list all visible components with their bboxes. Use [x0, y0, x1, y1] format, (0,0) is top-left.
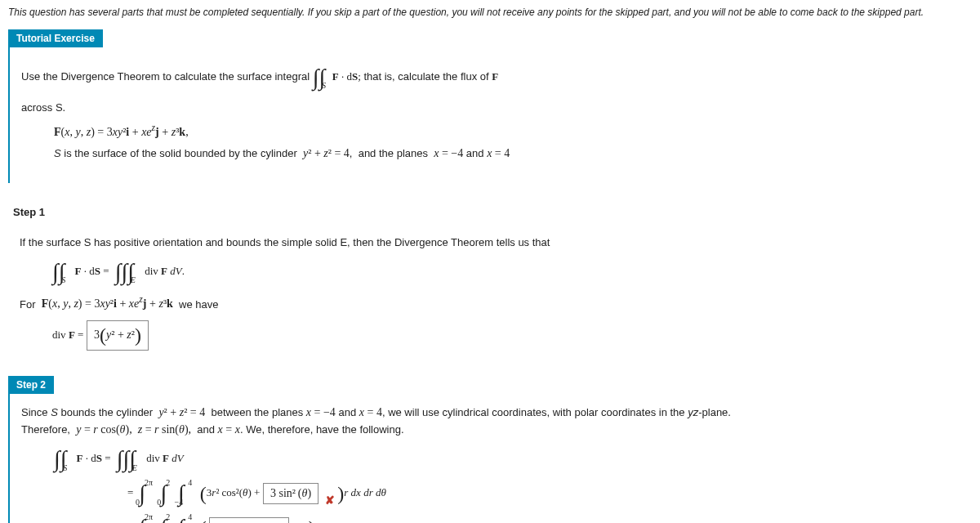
divergence-theorem-eq: ∫∫S F · dS = ∫∫∫E div F dV. [52, 259, 755, 285]
step-1-block: Step 1 If the surface S has positive ori… [8, 206, 972, 364]
tutorial-across: across S. [21, 100, 879, 116]
step1-answer-box[interactable]: 3(y² + z²) [87, 320, 149, 351]
step-1-label: Step 1 [13, 206, 972, 218]
step2-answer2-box[interactable]: 6272π [209, 517, 289, 523]
div-f-line: div F = 3(y² + z²) [52, 320, 755, 351]
sequential-warning: This question has several parts that mus… [8, 7, 972, 18]
step-2-block: Step 2 Since S bounds the cylinder y² + … [8, 376, 972, 523]
incorrect-icon: ✘ [325, 494, 335, 507]
surface-definition: S is the surface of the solid bounded by… [54, 145, 879, 162]
flux-equals-triple: ∫∫S F · dS = ∫∫∫E div F dV [54, 446, 756, 472]
step1-text1: If the surface S has positive orientatio… [20, 235, 755, 251]
step2-text1: Since S bounds the cylinder y² + z² = 4 … [21, 404, 756, 438]
step-2-label: Step 2 [8, 376, 54, 394]
tutorial-prompt: Use the Divergence Theorem to calculate … [21, 60, 879, 95]
vector-field-definition: F(x, y, z) = 3xy²i + xezj + z³k, [54, 121, 879, 141]
step2-line2: = ∫02π ∫02 ∫−44 ( 6272π ✘ ) dx dr dθ [127, 515, 756, 523]
step1-text2: For F(x, y, z) = 3xy²i + xezj + z³k we h… [20, 293, 755, 313]
step2-answer1-box[interactable]: 3 sin² (θ) [263, 483, 318, 504]
tutorial-header: Tutorial Exercise [8, 29, 103, 47]
tutorial-exercise-block: Tutorial Exercise Use the Divergence The… [8, 29, 972, 183]
step2-line1: = ∫02π ∫02 ∫−44 (3r² cos²(θ) + 3 sin² (θ… [127, 481, 756, 507]
